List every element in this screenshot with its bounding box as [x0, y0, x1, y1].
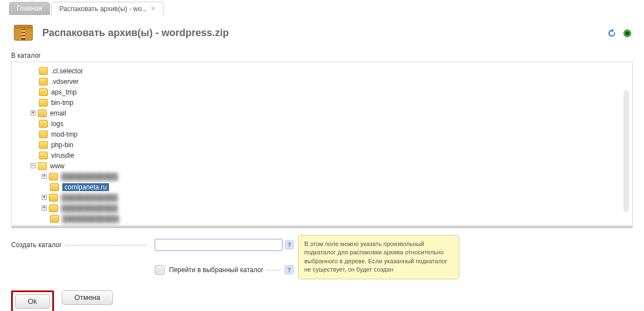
folder-icon [38, 109, 47, 117]
svg-rect-4 [21, 33, 25, 35]
tree-node-label: ████████████ [62, 215, 119, 223]
tree-node-label: php-bin [51, 141, 73, 149]
expand-icon[interactable]: + [31, 111, 36, 116]
directory-tree: .cl.selector.vdserveraps_tmpbin-tmp+emai… [11, 62, 633, 228]
tree-node[interactable]: −www [31, 160, 630, 171]
tab-main-label: Главная [17, 4, 42, 12]
tree-node[interactable]: +████████████ [31, 203, 630, 213]
expand-icon[interactable]: + [42, 205, 47, 210]
svg-rect-5 [21, 36, 25, 38]
create-catalog-input[interactable] [155, 239, 283, 251]
tab-extract[interactable]: Распаковать архив(ы) - wo... ✕ [51, 2, 164, 16]
help-icon[interactable]: ? [285, 240, 294, 249]
expand-icon[interactable]: + [42, 195, 47, 200]
tree-node[interactable]: +████████████ [31, 192, 630, 203]
ok-highlight: Ok [11, 290, 54, 311]
folder-icon [49, 173, 58, 180]
go-to-selected-checkbox[interactable] [155, 265, 165, 275]
folder-icon [49, 204, 58, 212]
tree-node-label: bin-tmp [51, 99, 73, 107]
dialog-buttons: Ok Отмена [11, 290, 644, 311]
cancel-button[interactable]: Отмена [62, 290, 113, 305]
folder-icon [39, 67, 48, 75]
tree-node[interactable]: .vdserver [31, 76, 630, 87]
tooltip: В этом поле можно указать произвольный п… [298, 235, 459, 279]
tree-node-label: comlpaneta.ru [62, 183, 109, 191]
folder-icon [39, 78, 48, 86]
tab-main[interactable]: Главная [9, 2, 50, 15]
folder-icon [39, 131, 48, 138]
expand-icon[interactable]: + [42, 174, 47, 179]
folder-icon [39, 99, 48, 107]
syslog-icon[interactable] [622, 28, 633, 39]
folder-icon [39, 141, 48, 149]
svg-rect-1 [14, 25, 33, 29]
folder-icon [38, 162, 47, 170]
folder-icon [39, 120, 48, 128]
tree-node[interactable]: virusdie [31, 150, 630, 160]
tree-node[interactable]: +████████████ [31, 171, 630, 182]
archive-icon [11, 20, 36, 46]
scrollbar[interactable] [623, 90, 629, 212]
page-title: Распаковать архив(ы) - wordpress.zip [42, 27, 229, 39]
tree-node-label: email [50, 109, 66, 117]
tree-node-label: ████████████ [61, 194, 118, 202]
svg-point-7 [626, 31, 630, 35]
tree-node[interactable]: +email [31, 108, 630, 118]
folder-icon [39, 88, 48, 96]
tree-node-label: mod-tmp [51, 131, 77, 138]
page-header: Распаковать архив(ы) - wordpress.zip [0, 14, 644, 52]
tree-node-label: aps_tmp [51, 88, 77, 96]
tree-node[interactable]: comlpaneta.ru [31, 182, 630, 192]
tab-strip: Главная Распаковать архив(ы) - wo... ✕ [0, 0, 644, 14]
tree-node-label: logs [51, 120, 63, 128]
help-icon[interactable]: ? [285, 265, 294, 274]
tree-node[interactable]: logs [31, 118, 630, 129]
svg-rect-3 [21, 30, 25, 32]
to-catalog-label: В каталог [0, 52, 644, 62]
folder-icon [50, 183, 59, 191]
folder-icon [39, 152, 48, 159]
tree-node-label: .vdserver [51, 78, 78, 86]
tree-node[interactable]: php-bin [31, 139, 630, 150]
collapse-icon[interactable]: − [31, 163, 36, 168]
tab-extract-label: Распаковать архив(ы) - wo... [60, 5, 147, 13]
tree-node-label: www [50, 162, 65, 170]
folder-icon [50, 215, 59, 223]
go-to-selected-label: Перейти в выбранный каталог [169, 266, 283, 274]
tree-node-label: .cl.selector [51, 67, 83, 75]
folder-icon [49, 194, 58, 202]
tree-node-label: ████████████ [61, 173, 118, 180]
refresh-icon[interactable] [606, 28, 617, 39]
tree-node-label: ████████████ [61, 204, 118, 212]
tree-node[interactable]: bin-tmp [31, 97, 630, 108]
close-icon[interactable]: ✕ [151, 5, 156, 12]
tree-node[interactable]: ████████████ [31, 213, 630, 224]
panel-shadow [12, 224, 632, 228]
tree-node[interactable]: aps_tmp [31, 87, 630, 97]
tree-node-label: virusdie [51, 152, 74, 159]
tree-node[interactable]: .cl.selector [31, 66, 630, 76]
create-catalog-label: Создать каталог [11, 235, 150, 255]
tree-node[interactable]: mod-tmp [31, 129, 630, 139]
ok-button[interactable]: Ok [15, 294, 50, 309]
